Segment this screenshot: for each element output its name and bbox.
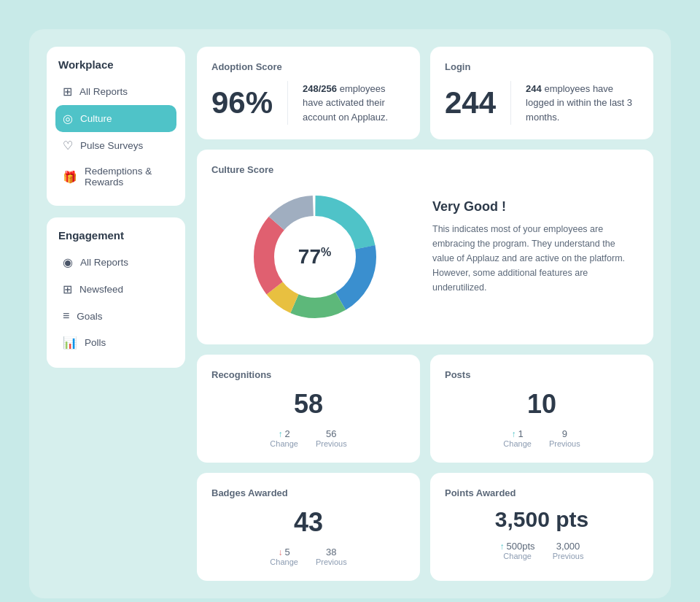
login-count: 244 — [445, 85, 496, 120]
badges-card: Badges Awarded 43 ↓ 5 Change 38 Previous — [197, 473, 420, 581]
badges-change-value: ↓ 5 — [270, 547, 298, 557]
pulse-icon: ♡ — [63, 139, 73, 153]
posts-meta: ↑ 1 Change 9 Previous — [445, 428, 639, 448]
sidebar-item-goals[interactable]: ≡ Goals — [55, 303, 176, 329]
points-change-value: ↑ 500pts — [500, 541, 535, 552]
points-card: Points Awarded 3,500 pts ↑ 500pts Change… — [430, 473, 653, 581]
login-body: 244 244 employees have logged in within … — [445, 81, 639, 125]
sidebar-item-all-reports-wp[interactable]: ⊞ All Reports — [55, 78, 176, 105]
recognitions-card: Recognitions 58 ↑ 2 Change 56 Previous — [197, 355, 420, 463]
arrow-up-icon: ↑ — [278, 429, 282, 439]
sidebar-item-label: Culture — [80, 113, 112, 124]
recognitions-meta: ↑ 2 Change 56 Previous — [211, 428, 405, 448]
badges-previous-label: Previous — [316, 557, 347, 566]
divider — [287, 81, 288, 125]
badges-change-label: Change — [270, 557, 298, 566]
main-content: Adoption Score 96% 248/256 employees hav… — [197, 47, 653, 581]
workplace-title: Workplace — [55, 58, 176, 71]
points-meta: ↑ 500pts Change 3,000 Previous — [445, 541, 639, 560]
reports-icon: ◉ — [63, 255, 73, 269]
login-desc-text: employees have logged in within the last… — [526, 83, 632, 123]
culture-title: Culture Score — [211, 164, 418, 175]
points-title: Points Awarded — [445, 487, 639, 498]
sidebar-item-label: Polls — [85, 337, 106, 348]
sidebar-item-culture[interactable]: ◎ Culture — [55, 105, 176, 132]
recognitions-count: 58 — [211, 389, 405, 420]
stats-row: Recognitions 58 ↑ 2 Change 56 Previous — [197, 355, 653, 463]
engagement-title: Engagement — [55, 229, 176, 242]
culture-chart-area: Culture Score — [211, 164, 418, 330]
posts-previous-value: 9 — [549, 428, 580, 439]
badges-title: Badges Awarded — [211, 487, 405, 498]
login-title: Login — [445, 61, 639, 72]
sidebar-item-pulse-surveys[interactable]: ♡ Pulse Surveys — [55, 132, 176, 159]
culture-insight-text: This indicates most of your employees ar… — [432, 222, 639, 295]
login-desc: 244 employees have logged in within the … — [526, 82, 639, 125]
workplace-section: Workplace ⊞ All Reports ◎ Culture ♡ Puls… — [47, 47, 185, 206]
culture-insight-title: Very Good ! — [432, 199, 639, 215]
posts-change-label: Change — [503, 439, 532, 448]
recognitions-change-label: Change — [270, 439, 298, 448]
sidebar-item-label: Goals — [77, 311, 102, 322]
recognitions-change-value: ↑ 2 — [270, 428, 298, 439]
culture-icon: ◎ — [63, 112, 73, 126]
goals-icon: ≡ — [63, 309, 69, 323]
recognitions-title: Recognitions — [211, 369, 405, 380]
sidebar-item-polls[interactable]: 📊 Polls — [55, 329, 176, 356]
adoption-card: Adoption Score 96% 248/256 employees hav… — [197, 47, 420, 139]
divider — [510, 81, 511, 125]
recognitions-previous-value: 56 — [316, 428, 347, 439]
top-row: Adoption Score 96% 248/256 employees hav… — [197, 47, 653, 139]
arrow-up-icon: ↑ — [500, 541, 505, 552]
badges-change: ↓ 5 Change — [270, 547, 298, 566]
culture-card: Culture Score — [197, 150, 653, 344]
donut-center-value: 77% — [298, 245, 331, 269]
arrow-down-icon: ↓ — [278, 547, 282, 557]
adoption-title: Adoption Score — [211, 61, 405, 72]
adoption-highlight: 248/256 — [303, 83, 337, 94]
newsfeed-icon: ⊞ — [63, 282, 72, 296]
posts-count: 10 — [445, 389, 639, 420]
arrow-up-icon: ↑ — [511, 429, 516, 439]
badges-meta: ↓ 5 Change 38 Previous — [211, 547, 405, 566]
recognitions-previous: 56 Previous — [316, 428, 347, 448]
posts-title: Posts — [445, 369, 639, 380]
sidebar-item-newsfeed[interactable]: ⊞ Newsfeed — [55, 276, 176, 303]
login-card: Login 244 244 employees have logged in w… — [430, 47, 653, 139]
adoption-desc: 248/256 employees have activated their a… — [303, 82, 405, 125]
login-highlight: 244 — [526, 83, 542, 94]
posts-previous-label: Previous — [549, 439, 580, 448]
points-change-label: Change — [500, 552, 535, 560]
badges-count: 43 — [211, 507, 405, 538]
badges-previous-value: 38 — [316, 547, 347, 557]
posts-change-value: ↑ 1 — [503, 428, 532, 439]
adoption-body: 96% 248/256 employees have activated the… — [211, 81, 405, 125]
sidebar-item-label: Redemptions & Rewards — [85, 166, 169, 188]
badges-previous: 38 Previous — [316, 547, 347, 566]
points-previous: 3,000 Previous — [553, 541, 584, 560]
sidebar-item-label: All Reports — [79, 86, 128, 97]
gift-icon: 🎁 — [63, 170, 77, 184]
engagement-section: Engagement ◉ All Reports ⊞ Newsfeed ≡ Go… — [47, 217, 185, 368]
points-previous-value: 3,000 — [553, 541, 584, 552]
culture-insight: Very Good ! This indicates most of your … — [418, 164, 639, 330]
posts-previous: 9 Previous — [549, 428, 580, 448]
sidebar-item-label: Pulse Surveys — [80, 140, 143, 151]
recognitions-previous-label: Previous — [316, 439, 347, 448]
points-change: ↑ 500pts Change — [500, 541, 535, 560]
adoption-percent: 96% — [211, 85, 273, 120]
donut-chart: 77% — [242, 184, 388, 330]
bottom-row: Badges Awarded 43 ↓ 5 Change 38 Previous — [197, 473, 653, 581]
sidebar-item-all-reports-eng[interactable]: ◉ All Reports — [55, 249, 176, 276]
sidebar: Workplace ⊞ All Reports ◎ Culture ♡ Puls… — [47, 47, 185, 581]
sidebar-item-label: All Reports — [80, 257, 128, 268]
points-previous-label: Previous — [553, 552, 584, 560]
grid-icon: ⊞ — [63, 85, 72, 99]
points-count: 3,500 pts — [445, 507, 639, 532]
posts-card: Posts 10 ↑ 1 Change 9 Previous — [430, 355, 653, 463]
sidebar-item-label: Newsfeed — [79, 284, 123, 295]
sidebar-item-redemptions[interactable]: 🎁 Redemptions & Rewards — [55, 159, 176, 194]
posts-change: ↑ 1 Change — [503, 428, 532, 448]
app-container: Workplace ⊞ All Reports ◎ Culture ♡ Puls… — [29, 29, 671, 598]
polls-icon: 📊 — [63, 336, 77, 350]
